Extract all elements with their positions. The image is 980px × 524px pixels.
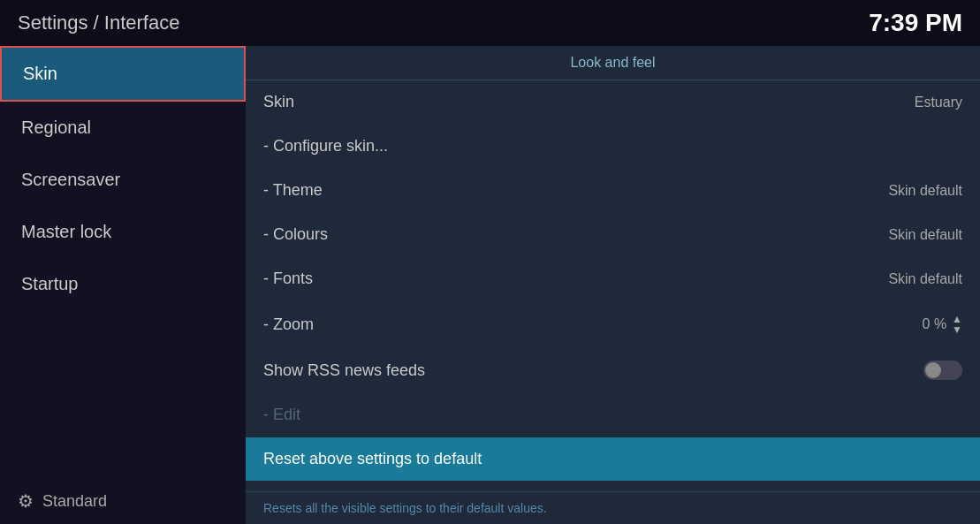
sidebar: Skin Regional Screensaver Master lock St… [0, 46, 246, 524]
settings-level-label: Standard [42, 492, 107, 511]
sidebar-item-skin[interactable]: Skin [0, 46, 246, 102]
sidebar-item-screensaver[interactable]: Screensaver [0, 154, 246, 206]
sidebar-item-label: Master lock [21, 222, 111, 241]
sidebar-item-label: Startup [21, 274, 78, 293]
setting-rss-feeds[interactable]: Show RSS news feeds [246, 348, 980, 393]
sidebar-item-startup[interactable]: Startup [0, 258, 246, 310]
setting-value: 0 % ▲ ▼ [923, 314, 962, 335]
zoom-down-icon[interactable]: ▼ [952, 324, 962, 335]
sidebar-item-label: Regional [21, 118, 91, 137]
setting-edit: - Edit [246, 393, 980, 437]
sidebar-item-label: Skin [23, 64, 57, 83]
setting-reset[interactable]: Reset above settings to default [246, 437, 980, 482]
setting-label: Show RSS news feeds [263, 361, 425, 380]
setting-label: - Edit [263, 406, 300, 424]
zoom-arrows[interactable]: ▲ ▼ [952, 314, 962, 335]
setting-zoom[interactable]: - Zoom 0 % ▲ ▼ [246, 301, 980, 348]
setting-skin[interactable]: Skin Estuary [246, 80, 980, 125]
setting-label: - Fonts [263, 270, 313, 288]
setting-label: - Theme [263, 181, 323, 200]
setting-value: Skin default [888, 183, 962, 199]
setting-value [923, 361, 962, 380]
sidebar-item-master-lock[interactable]: Master lock [0, 206, 246, 258]
setting-value: Skin default [888, 271, 962, 287]
setting-theme[interactable]: - Theme Skin default [246, 169, 980, 213]
page-title: Settings / Interface [18, 11, 179, 34]
main-layout: Skin Regional Screensaver Master lock St… [0, 46, 980, 524]
setting-label: - Zoom [263, 315, 314, 334]
footer-hint: Resets all the visible settings to their… [246, 491, 980, 524]
setting-colours[interactable]: - Colours Skin default [246, 213, 980, 257]
setting-value: Estuary [915, 95, 962, 110]
settings-list: Skin Estuary - Configure skin... - Theme… [246, 80, 980, 491]
sidebar-item-label: Screensaver [21, 170, 120, 189]
sidebar-item-regional[interactable]: Regional [0, 102, 246, 154]
setting-label: - Colours [263, 225, 328, 244]
header: Settings / Interface 7:39 PM [0, 0, 980, 46]
content-area: Look and feel Skin Estuary - Configure s… [246, 46, 980, 524]
setting-label: Skin [263, 93, 294, 111]
section-header: Look and feel [246, 46, 980, 80]
setting-value: Skin default [888, 227, 962, 243]
gear-icon: ⚙ [18, 490, 34, 512]
setting-configure-skin[interactable]: - Configure skin... [246, 125, 980, 169]
setting-label: Reset above settings to default [263, 450, 482, 468]
rss-toggle[interactable] [923, 361, 962, 380]
settings-level[interactable]: ⚙ Standard [0, 478, 246, 524]
clock: 7:39 PM [869, 9, 962, 37]
setting-fonts[interactable]: - Fonts Skin default [246, 257, 980, 301]
setting-label: - Configure skin... [263, 137, 388, 156]
